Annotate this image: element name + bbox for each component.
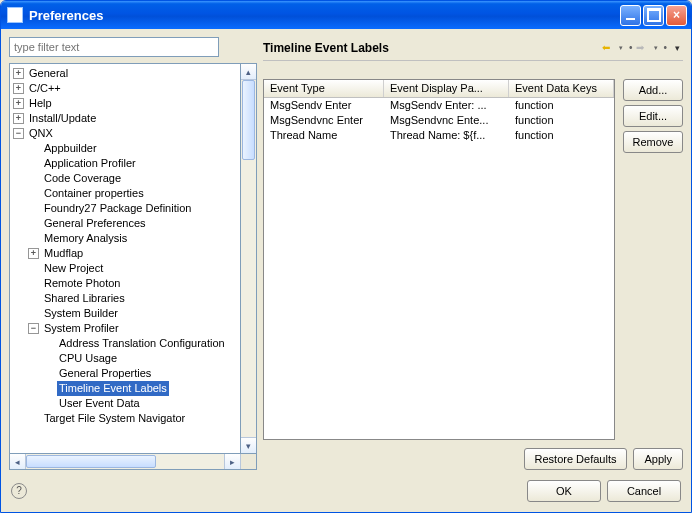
- tree-item-label: Address Translation Configuration: [57, 336, 227, 351]
- tree-item[interactable]: General Preferences: [28, 216, 240, 231]
- tree-item[interactable]: General Properties: [43, 366, 240, 381]
- preferences-tree[interactable]: GeneralC/C++HelpInstall/UpdateQNXAppbuil…: [9, 63, 241, 454]
- tree-item-label: General Preferences: [42, 216, 148, 231]
- cell-event-keys: function: [509, 98, 614, 113]
- expander-icon[interactable]: [28, 248, 39, 259]
- scroll-up-button[interactable]: ▴: [241, 64, 256, 80]
- table-row[interactable]: MsgSendvnc EnterMsgSendvnc Ente...functi…: [264, 113, 614, 128]
- tree-item[interactable]: Remote Photon: [28, 276, 240, 291]
- tree-item-label: Shared Libraries: [42, 291, 127, 306]
- tree-item[interactable]: General: [13, 66, 240, 81]
- add-button[interactable]: Add...: [623, 79, 683, 101]
- tree-item[interactable]: Help: [13, 96, 240, 111]
- back-icon[interactable]: [602, 42, 614, 54]
- tree-item[interactable]: Memory Analysis: [28, 231, 240, 246]
- remove-button[interactable]: Remove: [623, 131, 683, 153]
- forward-menu-icon[interactable]: [652, 42, 659, 54]
- view-menu-icon[interactable]: [671, 42, 683, 53]
- help-icon[interactable]: ?: [11, 483, 27, 499]
- scroll-corner: [240, 454, 256, 469]
- tree-item-label: Mudflap: [42, 246, 85, 261]
- tree-item-label: Container properties: [42, 186, 146, 201]
- cell-event-type: MsgSendvnc Enter: [264, 113, 384, 128]
- tree-item[interactable]: System Builder: [28, 306, 240, 321]
- tree-vertical-scrollbar[interactable]: ▴ ▾: [241, 63, 257, 454]
- cell-event-pattern: Thread Name: ${f...: [384, 128, 509, 143]
- restore-defaults-button[interactable]: Restore Defaults: [524, 448, 628, 470]
- ok-button[interactable]: OK: [527, 480, 601, 502]
- event-labels-table[interactable]: Event Type Event Display Pa... Event Dat…: [263, 79, 615, 440]
- tree-item[interactable]: Address Translation Configuration: [43, 336, 240, 351]
- tree-item[interactable]: Timeline Event Labels: [43, 381, 240, 396]
- tree-item-label: Timeline Event Labels: [57, 381, 169, 396]
- tree-item-label: Target File System Navigator: [42, 411, 187, 426]
- tree-item[interactable]: C/C++: [13, 81, 240, 96]
- table-row[interactable]: Thread NameThread Name: ${f...function: [264, 128, 614, 143]
- scroll-thumb[interactable]: [242, 80, 255, 160]
- cell-event-type: MsgSendv Enter: [264, 98, 384, 113]
- close-button[interactable]: ×: [666, 5, 687, 26]
- tree-item-label: System Profiler: [42, 321, 121, 336]
- tree-item[interactable]: Target File System Navigator: [28, 411, 240, 426]
- col-event-keys[interactable]: Event Data Keys: [509, 80, 614, 97]
- tree-item-label: QNX: [27, 126, 55, 141]
- col-event-type[interactable]: Event Type: [264, 80, 384, 97]
- tree-item-label: Install/Update: [27, 111, 98, 126]
- expander-icon[interactable]: [13, 113, 24, 124]
- scroll-right-button[interactable]: ▸: [224, 454, 240, 469]
- tree-item-label: Help: [27, 96, 54, 111]
- expander-icon[interactable]: [13, 68, 24, 79]
- expander-icon[interactable]: [13, 98, 24, 109]
- scroll-down-button[interactable]: ▾: [241, 437, 256, 453]
- tree-item-label: User Event Data: [57, 396, 142, 411]
- scroll-left-button[interactable]: ◂: [10, 454, 26, 469]
- tree-item[interactable]: Shared Libraries: [28, 291, 240, 306]
- filter-input[interactable]: [9, 37, 219, 57]
- tree-item[interactable]: Application Profiler: [28, 156, 240, 171]
- tree-item-label: Foundry27 Package Definition: [42, 201, 193, 216]
- tree-item-label: System Builder: [42, 306, 120, 321]
- back-menu-icon[interactable]: [618, 42, 625, 54]
- apply-button[interactable]: Apply: [633, 448, 683, 470]
- tree-item[interactable]: Appbuilder: [28, 141, 240, 156]
- tree-item-label: New Project: [42, 261, 105, 276]
- expander-icon[interactable]: [28, 323, 39, 334]
- tree-item[interactable]: Container properties: [28, 186, 240, 201]
- cell-event-keys: function: [509, 113, 614, 128]
- tree-item[interactable]: Install/Update: [13, 111, 240, 126]
- tree-item[interactable]: Foundry27 Package Definition: [28, 201, 240, 216]
- cell-event-keys: function: [509, 128, 614, 143]
- tree-item-label: General Properties: [57, 366, 153, 381]
- window-title: Preferences: [29, 8, 103, 23]
- edit-button[interactable]: Edit...: [623, 105, 683, 127]
- tree-item-label: Appbuilder: [42, 141, 99, 156]
- tree-item[interactable]: Mudflap: [28, 246, 240, 261]
- minimize-button[interactable]: [620, 5, 641, 26]
- tree-item[interactable]: User Event Data: [43, 396, 240, 411]
- cancel-button[interactable]: Cancel: [607, 480, 681, 502]
- forward-icon: [636, 42, 648, 54]
- tree-item-label: Memory Analysis: [42, 231, 129, 246]
- col-event-pattern[interactable]: Event Display Pa...: [384, 80, 509, 97]
- title-bar[interactable]: Preferences ×: [1, 1, 691, 29]
- tree-item[interactable]: System Profiler: [28, 321, 240, 336]
- cell-event-pattern: MsgSendv Enter: ...: [384, 98, 509, 113]
- expander-icon[interactable]: [13, 83, 24, 94]
- tree-item-label: General: [27, 66, 70, 81]
- cell-event-type: Thread Name: [264, 128, 384, 143]
- tree-horizontal-scrollbar[interactable]: ◂ ▸: [9, 454, 257, 470]
- tree-item-label: Code Coverage: [42, 171, 123, 186]
- page-title: Timeline Event Labels: [263, 41, 389, 55]
- tree-item[interactable]: CPU Usage: [43, 351, 240, 366]
- hscroll-thumb[interactable]: [26, 455, 156, 468]
- tree-item-label: C/C++: [27, 81, 63, 96]
- maximize-button[interactable]: [643, 5, 664, 26]
- tree-item-label: Remote Photon: [42, 276, 122, 291]
- table-row[interactable]: MsgSendv EnterMsgSendv Enter: ...functio…: [264, 98, 614, 113]
- tree-item[interactable]: New Project: [28, 261, 240, 276]
- app-icon: [7, 7, 23, 23]
- tree-item-label: CPU Usage: [57, 351, 119, 366]
- expander-icon[interactable]: [13, 128, 24, 139]
- tree-item[interactable]: Code Coverage: [28, 171, 240, 186]
- tree-item[interactable]: QNX: [13, 126, 240, 141]
